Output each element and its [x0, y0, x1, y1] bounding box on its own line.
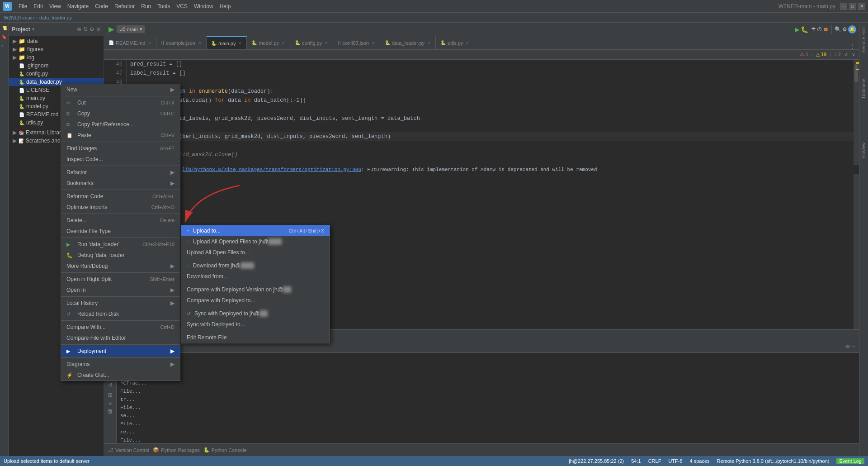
git-branch-dropdown[interactable]: ⎇ main ▾ — [117, 25, 145, 33]
tab-examplejson[interactable]: {} example.json ✕ — [156, 36, 207, 49]
coverage-btn[interactable]: ☂ — [811, 26, 816, 33]
deploy-sync[interactable]: ↺ Sync with Deployed to jh@xxx — [181, 308, 330, 319]
window-maximize[interactable]: □ — [849, 3, 856, 10]
ctx-open-right-split[interactable]: Open in Right Split Shift+Enter — [61, 274, 180, 285]
menu-run[interactable]: Run — [138, 2, 154, 10]
tab-close-config[interactable]: ✕ — [325, 41, 328, 45]
settings-btn[interactable]: ⚙ — [842, 26, 847, 33]
ctx-debug[interactable]: 🐛 Debug 'data_loader' — [61, 250, 180, 261]
run-rerun-btn[interactable]: ↺ — [108, 382, 113, 388]
run-scroll-bottom-btn[interactable]: ≡ — [108, 400, 112, 406]
ctx-find-usages[interactable]: Find Usages Alt+F7 — [61, 143, 180, 154]
debug-config-btn[interactable]: 🐛 — [801, 26, 808, 33]
ctx-compare-with[interactable]: Compare With... Ctrl+D — [61, 322, 180, 333]
stop-btn[interactable]: ⏹ — [823, 26, 829, 33]
bookmark-tool-icon[interactable]: 🔖 — [1, 34, 8, 41]
tab-close-model[interactable]: ✕ — [282, 41, 285, 45]
ctx-reload[interactable]: ↺ Reload from Disk — [61, 309, 180, 319]
run-clear-btn[interactable]: 🗑 — [108, 408, 113, 414]
tab-dataloaderpy[interactable]: 🐍 data_loader.py ✕ — [380, 36, 436, 49]
python-packages-tab[interactable]: 📦 Python Packages — [153, 447, 200, 453]
database-label[interactable]: Database — [860, 75, 867, 102]
project-add-icon[interactable]: ⊕ — [77, 26, 81, 33]
menu-vcs[interactable]: VCS — [173, 2, 191, 10]
status-python[interactable]: Remote Python 3.8.0 (sft.../pytorch1.10/… — [717, 458, 830, 464]
ctx-copy[interactable]: ⧉ Copy Ctrl+C — [61, 108, 180, 119]
tab-close-main[interactable]: ✕ — [238, 41, 242, 46]
ctx-compare-file[interactable]: Compare File with Editor — [61, 333, 180, 343]
ctx-create-gist[interactable]: ⚡ Create Gist... — [61, 370, 180, 380]
project-tool-icon[interactable]: 📁 — [1, 25, 8, 32]
deploy-download-from[interactable]: ↓ Download from jh@xxxxx — [181, 260, 330, 271]
ctx-open-in[interactable]: Open In ▶ — [61, 285, 180, 295]
ctx-delete[interactable]: Delete... Delete — [61, 215, 180, 226]
remote-host-label[interactable]: Remote Host — [860, 23, 867, 56]
scroll-down-btn[interactable]: ∨ — [852, 52, 855, 57]
project-dropdown-icon[interactable]: ▾ — [32, 27, 34, 32]
ctx-inspect-code[interactable]: Inspect Code... — [61, 154, 180, 165]
tab-overflow-btn[interactable]: ⋮ — [846, 43, 859, 49]
ctx-deployment[interactable]: ▶ Deployment ▶ — [61, 346, 180, 357]
menu-tools[interactable]: Tools — [154, 2, 173, 10]
tree-item-log[interactable]: ▶ 📁 log — [9, 53, 104, 62]
scroll-up-btn[interactable]: ∧ — [844, 52, 848, 57]
deploy-upload-all-opened[interactable]: ↑ Upload All Opened Files to jh@xxxxx — [181, 236, 330, 247]
ctx-local-history[interactable]: Local History ▶ — [61, 298, 180, 309]
menu-refactor[interactable]: Refactor — [111, 2, 138, 10]
file-breadcrumb[interactable]: data_loader.py — [39, 15, 72, 20]
tree-item-config[interactable]: 🐍 config.py — [9, 70, 104, 78]
tab-close-readme[interactable]: ✕ — [148, 41, 151, 45]
deploy-edit-remote[interactable]: Edit Remote File — [181, 332, 330, 343]
tab-close-dataloader[interactable]: ✕ — [427, 41, 431, 45]
ctx-cut[interactable]: ✂ Cut Ctrl+X — [61, 97, 180, 108]
menu-help[interactable]: Help — [217, 2, 234, 10]
status-indent[interactable]: 4 spaces — [690, 458, 710, 464]
run-panel-minimize[interactable]: ─ — [851, 343, 855, 350]
tab-utilspy[interactable]: 🐍 utils.py ✕ — [436, 36, 474, 49]
run-line-1[interactable]: /usr/l... — [120, 355, 855, 363]
ctx-run[interactable]: ▶ Run 'data_loader' Ctrl+Shift+F10 — [61, 239, 180, 250]
menu-window[interactable]: Window — [191, 2, 217, 10]
window-minimize[interactable]: ─ — [840, 3, 847, 10]
status-encoding[interactable]: UTF-8 — [668, 458, 682, 464]
run-settings-btn[interactable]: ⚙ — [845, 343, 850, 350]
sciview-label[interactable]: SciView — [860, 139, 867, 162]
tab-close-example[interactable]: ✕ — [198, 41, 202, 45]
deploy-download-from-ellipsis[interactable]: Download from... — [181, 271, 330, 282]
tree-item-figures[interactable]: ▶ 📁 figures — [9, 45, 104, 53]
ctx-paste[interactable]: 📋 Paste Ctrl+V — [61, 130, 180, 141]
menu-navigate[interactable]: Navigate — [64, 2, 92, 10]
status-event-log[interactable]: Event Log — [836, 458, 864, 464]
ctx-override-type[interactable]: Override File Type — [61, 226, 180, 237]
deploy-sync-ellipsis[interactable]: Sync with Deployed to... — [181, 319, 330, 330]
ctx-more-run-debug[interactable]: More Run/Debug ▶ — [61, 261, 180, 271]
project-settings-icon[interactable]: ⚙ — [90, 26, 94, 33]
tree-item-data[interactable]: ▶ 📁 data — [9, 37, 104, 45]
tab-close-utils[interactable]: ✕ — [466, 41, 469, 45]
tab-modelpy[interactable]: 🐍 model.py ✕ — [247, 36, 290, 49]
window-close[interactable]: ✕ — [858, 3, 865, 10]
notifications-btn[interactable]: 🔔 — [848, 25, 856, 33]
tab-mainpy[interactable]: 🐍 main.py ✕ — [207, 36, 247, 49]
ctx-copy-path[interactable]: ⧉ Copy Path/Reference... — [61, 119, 180, 130]
tree-item-gitignore[interactable]: 📄 .gitignore — [9, 62, 104, 70]
ctx-new[interactable]: New ▶ — [61, 84, 180, 95]
run-scroll-top-btn[interactable]: ⊞ — [108, 392, 113, 398]
project-breadcrumb[interactable]: W2NER-main — [4, 15, 34, 20]
run-config-btn[interactable]: ▶ — [795, 26, 800, 33]
project-close-icon[interactable]: ✕ — [96, 26, 101, 33]
ctx-bookmarks[interactable]: Bookmarks ▶ — [61, 178, 180, 189]
deploy-upload-to[interactable]: ↑ Upload to... Ctrl+Alt+Shift+X — [181, 225, 330, 236]
version-control-tab[interactable]: ⎇ Version Control — [108, 447, 149, 453]
project-collapse-icon[interactable]: ⇅ — [83, 26, 88, 33]
tab-readme[interactable]: 📄 README.md ✕ — [104, 36, 156, 49]
run-button[interactable]: ▶ — [107, 25, 116, 33]
tab-close-conll[interactable]: ✕ — [372, 41, 375, 45]
run-output-link[interactable]: lib/python3.8/site-packages/transformers… — [182, 167, 361, 172]
ctx-diagrams[interactable]: Diagrams ▶ — [61, 359, 180, 370]
python-console-tab[interactable]: 🐍 Python Console — [203, 447, 247, 453]
deploy-upload-all-open[interactable]: Upload All Open Files to... — [181, 247, 330, 258]
structure-tool-icon[interactable]: ≡ — [1, 43, 8, 50]
deploy-compare-deployed-ellipsis[interactable]: Compare with Deployed to... — [181, 295, 330, 306]
tab-conlljson[interactable]: {} conll03.json ✕ — [333, 36, 380, 49]
